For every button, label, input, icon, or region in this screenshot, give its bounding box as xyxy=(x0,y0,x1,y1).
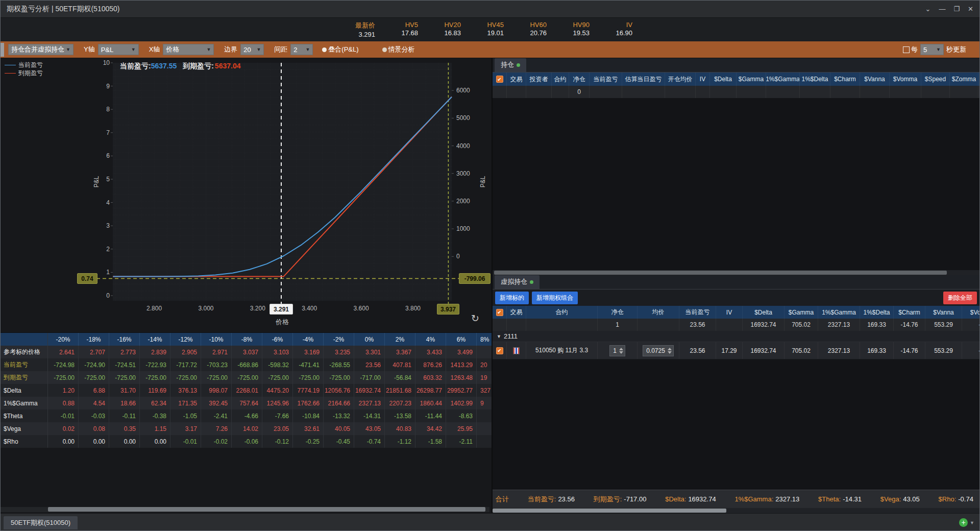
boundary-label: 边界 xyxy=(224,45,237,54)
status-tab-50etf[interactable]: 50ETF期权(510050) xyxy=(4,516,78,529)
scenario-cell: -2.11 xyxy=(446,435,477,448)
virtual-summary-cell xyxy=(507,319,526,331)
boundary-dropdown[interactable]: 20▼ xyxy=(240,44,264,55)
cell xyxy=(590,86,622,98)
stat-hv90: HV9019.53 xyxy=(547,21,590,38)
exchange-cell xyxy=(507,342,526,359)
status-dot-icon xyxy=(517,63,520,67)
position-mode-dropdown[interactable]: 持仓合并虚拟持仓▼ xyxy=(8,44,74,55)
scenario-cell: 2.773 xyxy=(109,346,140,358)
svg-text:3.000: 3.000 xyxy=(198,305,213,312)
virtual-position-row[interactable]: ✔510050 购 11月 3.310.072523.5617.2916932.… xyxy=(493,342,979,359)
scenario-cell: 3.169 xyxy=(293,346,324,358)
scenario-cell: -56.84 xyxy=(385,371,415,384)
scenario-cell: 1.20 xyxy=(48,384,79,397)
positions-tabbar: 持仓 xyxy=(493,58,979,73)
virtual-summary-cell: -14.76 xyxy=(894,319,925,331)
scenario-cell: 25.95 xyxy=(446,422,477,435)
row-checkbox-cell: ✔ xyxy=(493,342,507,359)
scenario-cell: 16932.74 xyxy=(354,384,385,397)
radio-icon xyxy=(382,47,387,52)
scenario-cell: 2327.13 xyxy=(354,397,385,409)
cell xyxy=(526,86,552,98)
auto-refresh-checkbox[interactable] xyxy=(903,46,910,53)
scenario-cell: 3.235 xyxy=(324,346,354,358)
svg-text:3.600: 3.600 xyxy=(354,305,369,312)
virtual-table-body[interactable] xyxy=(493,359,979,490)
add-option-combo-button[interactable]: 新增期权组合 xyxy=(532,292,578,304)
scenario-col-header: -2% xyxy=(324,333,354,346)
stat-last-price: 最新价3.291 xyxy=(332,21,375,38)
scenario-row: 参考标的价格2.6412.7072.7732.8392.9052.9713.03… xyxy=(1,346,492,358)
add-underlying-button[interactable]: 新增标的 xyxy=(495,292,529,304)
virtual-hscrollbar[interactable] xyxy=(493,508,979,513)
virtual-group-row[interactable]: ▼ 2111 xyxy=(493,331,979,342)
pnl-annotation: 当前盈亏:5637.55 到期盈亏:5637.04 xyxy=(120,62,240,71)
pnl-chart[interactable]: 01234567891001000200030004000500060002.8… xyxy=(1,58,492,332)
svg-text:2.800: 2.800 xyxy=(146,305,162,312)
checkbox-checked-icon[interactable]: ✔ xyxy=(496,309,503,316)
chevron-down-icon: ▼ xyxy=(256,47,261,52)
restore-icon[interactable]: ❐ xyxy=(953,5,960,13)
positions-total-row: 0 xyxy=(493,86,979,98)
scenario-col-header: -14% xyxy=(140,333,170,346)
interval-dropdown[interactable]: 2▼ xyxy=(290,44,313,55)
tab-positions[interactable]: 持仓 xyxy=(495,58,526,72)
spinner-down-icon[interactable] xyxy=(619,351,623,354)
positions-table-body[interactable] xyxy=(493,98,979,270)
exchange-flag-icon xyxy=(513,347,520,354)
add-tab-icon[interactable]: + xyxy=(959,518,968,527)
tab-virtual-positions[interactable]: 虚拟持仓 xyxy=(495,275,540,289)
stat-hv45: HV4519.01 xyxy=(461,21,504,38)
chevron-down-icon[interactable]: ▼ xyxy=(970,520,974,525)
price-cell[interactable]: 0.0725 xyxy=(638,342,679,359)
virtual-hscrollbar-thumb[interactable] xyxy=(493,509,726,513)
y-axis-dropdown[interactable]: P&L▼ xyxy=(98,44,139,55)
positions-hscrollbar[interactable] xyxy=(493,270,979,275)
scenario-cell: 6.88 xyxy=(79,384,109,397)
scenario-cell: 12056.76 xyxy=(324,384,354,397)
overlay-pnl-radio[interactable]: 叠合(P&L) xyxy=(322,45,358,54)
scenario-cell: 171.35 xyxy=(170,397,201,409)
scenario-cell: -2.41 xyxy=(201,409,232,422)
refresh-chart-icon[interactable]: ↻ xyxy=(471,312,479,324)
scenario-cell: -725.00 xyxy=(324,371,354,384)
scenario-cell: 3.433 xyxy=(415,346,446,358)
scenario-analysis-radio[interactable]: 情景分析 xyxy=(382,45,415,54)
scenario-cell: -0.25 xyxy=(293,435,324,448)
toolbar-grip[interactable] xyxy=(1,43,4,57)
checkbox-checked-icon[interactable]: ✔ xyxy=(496,347,503,354)
positions-col-header: 投资者 xyxy=(526,73,552,86)
window-menu-icon[interactable]: ⌄ xyxy=(925,5,931,13)
refresh-seconds-dropdown[interactable]: 5▼ xyxy=(920,44,944,55)
scenario-cell: -0.01 xyxy=(48,409,79,422)
scenario-row: 当前盈亏-724.98-724.90-724.51-722.93-717.72-… xyxy=(1,358,492,371)
quantity-cell[interactable]: 1 xyxy=(598,342,638,359)
price-stepper[interactable]: 0.0725 xyxy=(643,345,674,356)
charm-cell: -14.76 xyxy=(894,342,925,359)
hline-right-badge: -799.06 xyxy=(459,273,491,284)
spinner-down-icon[interactable] xyxy=(668,351,672,354)
total-pair: 到期盈亏:-717.00 xyxy=(594,495,647,504)
checkbox-checked-icon[interactable]: ✔ xyxy=(496,76,503,83)
close-icon[interactable]: ✕ xyxy=(968,5,973,13)
spinner-up-icon[interactable] xyxy=(619,348,623,350)
x-axis-dropdown[interactable]: 价格▼ xyxy=(163,44,214,55)
delete-all-button[interactable]: 删除全部 xyxy=(943,292,977,304)
positions-col-header: $Charm xyxy=(830,73,860,86)
positions-hscrollbar-thumb[interactable] xyxy=(494,271,947,275)
virtual-summary-cell: 23.56 xyxy=(679,319,716,331)
scenario-cell: 3.499 xyxy=(446,346,477,358)
quantity-stepper[interactable]: 1 xyxy=(609,345,625,356)
scenario-row-label: 1%$Gamma xyxy=(1,397,48,409)
positions-col-header: 当前盈亏 xyxy=(590,73,622,86)
scenario-row: 1%$Gamma0.884.5418.6662.34171.35392.4575… xyxy=(1,397,492,409)
scenario-cell: 407.81 xyxy=(385,358,415,371)
minimize-icon[interactable]: — xyxy=(939,5,945,13)
positions-col-header: 合约 xyxy=(552,73,569,86)
chart-legend: 当前盈亏 到期盈亏 xyxy=(5,61,43,77)
svg-text:7: 7 xyxy=(106,129,110,136)
left-hscrollbar-thumb[interactable] xyxy=(48,507,485,512)
svg-text:6000: 6000 xyxy=(456,87,470,94)
spinner-up-icon[interactable] xyxy=(668,348,672,350)
